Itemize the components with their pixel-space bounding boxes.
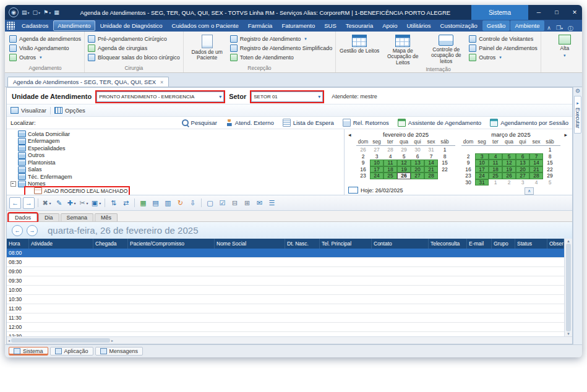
ribbon-home-icon[interactable]	[7, 22, 15, 30]
calendar-day[interactable]: 28	[424, 173, 438, 179]
print-preview-icon[interactable]: ⊞	[242, 198, 252, 208]
calendar-day[interactable]	[502, 147, 516, 153]
tree-item[interactable]: Outros	[9, 152, 46, 160]
calendar-day[interactable]: 3	[475, 153, 489, 160]
ribbon-tab[interactable]: SUS	[320, 20, 341, 31]
calendar-day[interactable]: 26	[356, 147, 370, 153]
calendar-day[interactable]: 6	[516, 153, 529, 160]
grid-column-header[interactable]: Tel. Principal	[320, 239, 372, 249]
grid-column-header[interactable]: Nome Social	[215, 239, 285, 249]
schedule-row[interactable]: 09:30	[7, 276, 564, 286]
expand-toggle-icon[interactable]	[11, 181, 16, 187]
ribbon-tab[interactable]: Unidade de Diagnóstico	[96, 20, 167, 31]
ribbon-item-painel-atendimentos[interactable]: Painel de Atendimentos	[469, 45, 538, 52]
grid-column-header[interactable]: Paciente/Compromisso	[128, 239, 215, 249]
ribbon-item-controle-visitantes[interactable]: Controle de Visitantes	[469, 35, 538, 43]
calendar-day[interactable]: 10	[370, 160, 383, 166]
calendar-prev-icon[interactable]: ◂	[348, 132, 351, 138]
grid-column-header[interactable]: Status	[515, 239, 547, 249]
calendar-day[interactable]: 24	[475, 173, 489, 179]
sistema-menu-tab[interactable]: Sistema	[471, 5, 528, 20]
ribbon-tab[interactable]: Customização	[436, 20, 482, 31]
calendar-day[interactable]: 2	[356, 153, 370, 160]
nav-back-icon[interactable]: ←	[9, 197, 21, 209]
calendar-day[interactable]: 11	[383, 160, 397, 166]
schedule-row[interactable]: 08:00	[7, 249, 564, 258]
calendar-day[interactable]: 9	[356, 160, 370, 166]
calendar-day[interactable]: 1	[543, 147, 557, 153]
tree-item[interactable]: Plantonista	[9, 159, 57, 166]
executar-dock-tab[interactable]: ▸ Executar	[574, 96, 581, 134]
swap-icon[interactable]: ⇄	[121, 198, 131, 208]
ribbon-item-agenda-de-cirurgias[interactable]: Agenda de cirurgias	[88, 45, 180, 52]
calendar-day[interactable]	[529, 147, 543, 153]
combo-arrow-icon[interactable]: ▾	[318, 94, 320, 100]
calendar-day[interactable]: 2	[502, 179, 516, 186]
ribbon-tab[interactable]: Cadastros	[17, 20, 53, 31]
edit-icon[interactable]: ✎	[54, 198, 64, 208]
calendar-day[interactable]: 23	[461, 173, 475, 179]
view-tab[interactable]: Semana	[61, 213, 94, 221]
new-icon[interactable]: ✚	[66, 198, 77, 208]
grid-column-header[interactable]: Chegada	[93, 239, 128, 249]
calendar-day[interactable]: 11	[489, 160, 502, 166]
visualizar-button[interactable]: Visualizar	[11, 107, 46, 114]
separator[interactable]	[38, 198, 38, 207]
calendar-day[interactable]: 29	[397, 147, 411, 153]
calendar-day[interactable]: 31	[424, 147, 438, 153]
calendar-day[interactable]: 7	[529, 153, 543, 160]
calendar-day[interactable]	[489, 147, 502, 153]
calendar-day[interactable]: 31	[475, 179, 489, 186]
collapse-ribbon-icon[interactable]: ∧	[547, 25, 551, 33]
grid-column-header[interactable]: Dt. Nasc.	[285, 239, 320, 249]
ribbon-tab[interactable]: Tesouraria	[341, 20, 377, 31]
tree-item[interactable]: Enfermagem	[9, 138, 61, 145]
ribbon-item-outros-internacao[interactable]: Outros	[469, 54, 538, 61]
calendar-day[interactable]: 28	[529, 173, 543, 179]
calendar-day[interactable]: 26	[502, 173, 516, 179]
calendar-day[interactable]: 12	[502, 160, 516, 166]
download-icon[interactable]: ⇩	[187, 198, 198, 208]
view-tab[interactable]: Mês	[95, 213, 118, 221]
calendar-day[interactable]: 5	[543, 179, 557, 186]
ribbon-button-alta[interactable]: Alta	[544, 33, 582, 59]
statusbar-tab-sistema[interactable]: Sistema	[9, 347, 48, 356]
calendar-day[interactable]: 13	[516, 160, 529, 166]
calendar-day[interactable]: 16	[461, 166, 475, 173]
schedule-row[interactable]: 10:30	[7, 295, 564, 304]
grid-column-header[interactable]: Atividade	[29, 239, 93, 249]
assistente-agendamento-button[interactable]: Assistente de Agendamento	[398, 119, 481, 127]
schedule-row[interactable]: 11:30	[7, 313, 564, 323]
ribbon-tab[interactable]: Faturamento	[277, 20, 319, 31]
ribbon-item-registro-simplificado[interactable]: Registro de Atendimento Simplificado	[230, 45, 333, 52]
next-day-button[interactable]: →	[27, 225, 38, 236]
user-badge-icon[interactable]: ▤▾	[22, 9, 30, 15]
close-button[interactable]: ✕	[567, 5, 582, 20]
calendar-day[interactable]: 18	[383, 166, 397, 173]
calendar-day[interactable]: 27	[370, 147, 383, 153]
calendar-day[interactable]: 17	[475, 166, 489, 173]
calendar-day[interactable]: 4	[489, 153, 502, 160]
ribbon-item-toten[interactable]: Toten de Atendimento	[230, 54, 333, 61]
calendar-day[interactable]: 23	[356, 173, 370, 179]
calendar-day[interactable]: 30	[461, 179, 475, 186]
calendar-day[interactable]: 19	[502, 166, 516, 173]
ribbon-tab[interactable]: Atendimento	[53, 20, 95, 31]
refresh-icon[interactable]: ↻	[175, 198, 186, 208]
calendar-day[interactable]: 2	[461, 153, 475, 160]
combo-arrow-icon[interactable]: ▾	[219, 94, 221, 100]
scroll-up-icon[interactable]: ▲	[567, 239, 570, 243]
ribbon-tab[interactable]: Gestão	[482, 20, 510, 31]
delete-icon[interactable]: ✖	[41, 198, 52, 208]
ribbon-item-pre-agendamento-cirurgico[interactable]: Pré-Agendamento Cirúrgico	[88, 35, 180, 43]
grid-column-header[interactable]: Contato	[372, 239, 429, 249]
nav-forward-icon[interactable]: →	[23, 197, 35, 209]
calendar-day[interactable]: 7	[424, 153, 438, 160]
settings-gear-icon[interactable]: ⚙	[575, 88, 580, 94]
scrollbar-thumb[interactable]	[566, 244, 571, 331]
calendar-day[interactable]: 12	[397, 160, 411, 166]
calendar-icon[interactable]: ▦	[138, 198, 148, 208]
calendar-day[interactable]: 4	[383, 153, 397, 160]
calendar-day[interactable]: 20	[516, 166, 529, 173]
calendar-day[interactable]: 20	[411, 166, 424, 173]
